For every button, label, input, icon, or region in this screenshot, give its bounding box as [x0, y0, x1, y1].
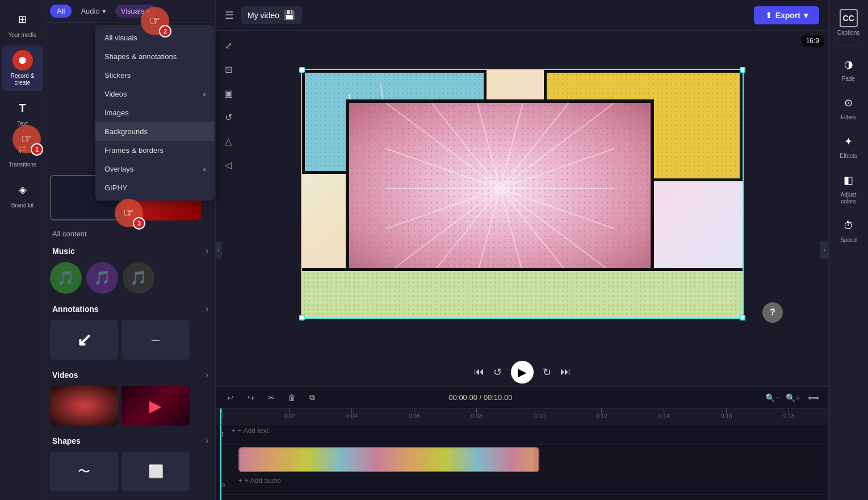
music-item-1[interactable]: 🎵	[50, 262, 82, 294]
panel-tabs: All Audio ▾ Visuals ▾	[45, 0, 215, 23]
fast-forward-icon[interactable]: ↻	[543, 366, 551, 378]
sidebar-item-record[interactable]: ⏺ Record & create	[2, 45, 43, 91]
music-item-2[interactable]: 🎵	[86, 262, 118, 294]
right-tool-fade[interactable]: ◑ Fade	[831, 51, 867, 87]
duplicate-button[interactable]: ⧉	[304, 390, 320, 406]
dropdown-item-images[interactable]: Images	[95, 103, 215, 122]
transitions-icon: ⇄	[12, 139, 33, 159]
dropdown-item-frames[interactable]: Frames & borders	[95, 141, 215, 160]
video-track-content	[238, 447, 828, 472]
export-button[interactable]: ⬆ Export ▾	[754, 6, 819, 24]
playback-bar: ⏮ ↺ ▶ ↻ ⏭ ⛶ ▾	[216, 357, 828, 386]
help-button[interactable]: ?	[762, 302, 783, 323]
handle-bottom-left[interactable]	[299, 315, 305, 320]
handle-bottom-right[interactable]	[740, 315, 745, 320]
svg-line-9	[500, 189, 614, 274]
music-item-3[interactable]: 🎵	[123, 262, 154, 294]
handle-top-right[interactable]	[740, 67, 745, 73]
undo-button[interactable]: ↩	[223, 390, 238, 406]
video-canvas-inner	[302, 70, 743, 318]
rotate-tool[interactable]: ↺	[218, 107, 238, 127]
editor-tools: ⤢ ⊡ ▣ ↺ △ ◁	[216, 31, 241, 180]
delete-button[interactable]: 🗑	[284, 390, 300, 406]
ruler-014: 0:14	[659, 409, 669, 419]
annotations-arrow[interactable]: ›	[206, 304, 208, 314]
video-item-1[interactable]	[50, 386, 118, 426]
right-tool-effects[interactable]: ✦ Effects	[831, 128, 867, 164]
content-panel: All Audio ▾ Visuals ▾ All visuals Shapes…	[45, 0, 216, 500]
video-clip[interactable]	[238, 447, 539, 472]
annotations-section-header: Annotations ›	[50, 298, 211, 318]
video-item-2[interactable]: ▶	[121, 386, 190, 426]
redo-button[interactable]: ↪	[243, 390, 259, 406]
tab-audio[interactable]: Audio ▾	[75, 5, 111, 18]
annotation-item-2[interactable]: —	[121, 320, 190, 360]
audio-track-label: ♫	[220, 481, 232, 489]
svg-line-17	[385, 149, 500, 189]
skip-forward-icon[interactable]: ⏭	[560, 366, 571, 378]
sidebar-item-brand[interactable]: ◈ Brand kit	[2, 175, 43, 214]
shape-item-2[interactable]: ⬜	[121, 452, 190, 491]
dropdown-item-shapes[interactable]: Shapes & annotations	[95, 47, 215, 66]
fit-button[interactable]: ⟺	[806, 390, 821, 406]
tab-visuals[interactable]: Visuals ▾	[115, 5, 157, 18]
crop-tool[interactable]: ⊡	[218, 59, 238, 80]
fade-icon: ◑	[840, 55, 858, 73]
sidebar-item-transitions[interactable]: ⇄ Transitions	[2, 134, 43, 173]
sidebar-item-text[interactable]: T Text	[2, 93, 43, 132]
right-tool-adjust-colors[interactable]: ◧ Adjust colors	[831, 166, 867, 210]
captions-icon: CC	[840, 9, 858, 27]
clip-trim-right[interactable]	[534, 448, 538, 471]
dropdown-item-stickers[interactable]: Stickers	[95, 66, 215, 85]
skip-back-icon[interactable]: ⏮	[474, 366, 484, 378]
videos-arrow[interactable]: ›	[206, 370, 208, 380]
expand-tool[interactable]: ⤢	[218, 35, 238, 56]
svg-line-15	[385, 189, 500, 228]
music-arrow[interactable]: ›	[206, 246, 208, 256]
transitions-label: Transitions	[9, 161, 36, 168]
shapes-items: 〜 ⬜	[50, 449, 211, 496]
zoom-in-button[interactable]: 🔍+	[785, 390, 801, 406]
annotation-item-1[interactable]: ↙	[50, 320, 118, 360]
cut-button[interactable]: ✂	[263, 390, 279, 406]
right-tool-speed[interactable]: ⏱ Speed	[831, 212, 867, 248]
preview-area: 16:9 ?	[216, 31, 828, 357]
dropdown-item-giphy[interactable]: GIPHY	[95, 178, 215, 197]
shapes-arrow[interactable]: ›	[206, 436, 208, 446]
tab-all[interactable]: All	[50, 5, 72, 18]
dropdown-item-backgrounds[interactable]: Backgrounds	[95, 122, 215, 141]
videos-title: Videos	[52, 370, 78, 380]
svg-line-12	[477, 189, 500, 274]
panel-collapse-btn[interactable]: ‹	[215, 241, 222, 259]
ruler-playhead	[220, 409, 221, 424]
right-tool-captions[interactable]: CC Captions	[831, 5, 867, 41]
rewind-icon[interactable]: ↺	[493, 366, 502, 378]
shape-item-1[interactable]: 〜	[50, 452, 118, 491]
dropdown-item-videos[interactable]: Videos ›	[95, 85, 215, 103]
hamburger-icon[interactable]: ☰	[225, 9, 234, 22]
effects-icon: ✦	[840, 132, 858, 151]
aspect-ratio-badge[interactable]: 16:9	[802, 35, 824, 47]
right-collapse-button[interactable]: ›	[820, 241, 829, 259]
dropdown-item-all-visuals[interactable]: All visuals	[95, 28, 215, 47]
add-audio-button[interactable]: + + Add audio	[238, 477, 281, 485]
video-title-tab[interactable]: My video 💾	[241, 6, 302, 24]
svg-line-2	[477, 103, 500, 189]
sidebar-item-your-media[interactable]: ⊞ Your media	[2, 5, 43, 43]
right-tool-filters[interactable]: ⊙ Filters	[831, 89, 867, 126]
export-icon: ⬆	[765, 11, 772, 20]
panel-pink	[346, 99, 654, 278]
screen-tool[interactable]: ▣	[218, 83, 238, 103]
record-label: Record & create	[5, 73, 41, 86]
ruler-004: 0:04	[346, 409, 357, 419]
align-tool[interactable]: ◁	[218, 155, 238, 175]
zoom-out-button[interactable]: 🔍−	[765, 390, 781, 406]
triangle-tool[interactable]: △	[218, 131, 238, 151]
music-items: 🎵 🎵 🎵	[50, 260, 211, 298]
captions-label: Captions	[837, 30, 859, 36]
dropdown-item-overlays[interactable]: Overlays ›	[95, 160, 215, 178]
handle-top-left[interactable]	[299, 67, 305, 73]
play-button[interactable]: ▶	[511, 361, 534, 384]
timeline-area: ↩ ↪ ✂ 🗑 ⧉ 00:00.00 / 00:10.00 🔍− 🔍+ ⟺ 0 …	[216, 386, 828, 500]
add-text-button[interactable]: + + Add text	[232, 427, 269, 435]
